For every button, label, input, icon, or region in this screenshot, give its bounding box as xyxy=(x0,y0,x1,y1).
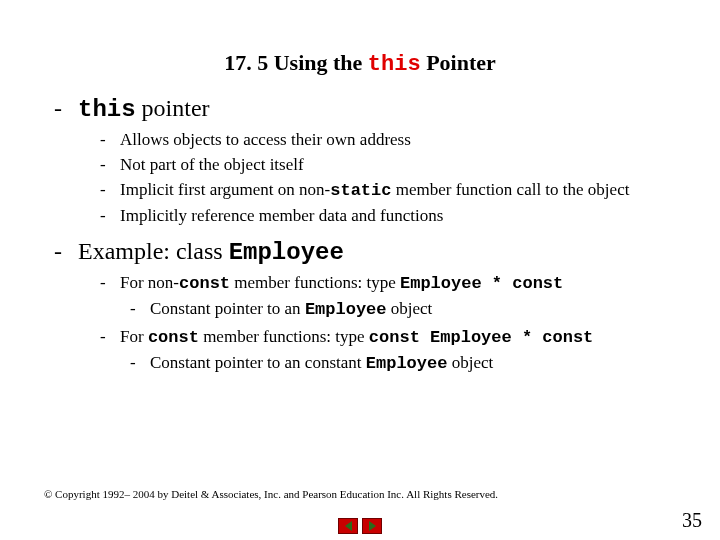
sub-2-2: - For const member functions: type const… xyxy=(100,326,670,378)
prev-button[interactable] xyxy=(338,518,358,534)
bullet-1-text: this pointer xyxy=(78,95,210,123)
sub-1-3-text: Implicit first argument on non-static me… xyxy=(120,179,629,203)
dash-icon: - xyxy=(100,326,120,349)
next-button[interactable] xyxy=(362,518,382,534)
triangle-right-icon xyxy=(369,521,376,531)
dash-icon: - xyxy=(130,352,150,375)
dash-icon: - xyxy=(50,238,78,265)
sub-2-1: - For non-const member functions: type E… xyxy=(100,272,670,324)
subsub-2-1-1-pre: Constant pointer to an xyxy=(150,299,305,318)
triangle-left-icon xyxy=(345,521,352,531)
title-suffix: Pointer xyxy=(421,50,496,75)
bullet-2-kw: Employee xyxy=(229,239,344,266)
slide-content: 17. 5 Using the this Pointer - this poin… xyxy=(0,0,720,378)
sub-1-1-text: Allows objects to access their own addre… xyxy=(120,129,411,152)
sub-2-1-sublist: - Constant pointer to an Employee object xyxy=(130,298,670,324)
sub-2-2-kw2: const Employee * const xyxy=(369,328,593,347)
dash-icon: - xyxy=(50,95,78,122)
subsub-2-1-1-post: object xyxy=(387,299,433,318)
title-keyword: this xyxy=(368,52,421,77)
subsub-2-2-1: - Constant pointer to an constant Employ… xyxy=(130,352,670,376)
sub-2-1-text: For non-const member functions: type Emp… xyxy=(120,272,563,296)
sub-2-2-mid: member functions: type xyxy=(199,327,369,346)
subsub-2-1-1: - Constant pointer to an Employee object xyxy=(130,298,670,322)
bullet-1-keyword: this xyxy=(78,96,136,123)
sub-2-1-kw1: const xyxy=(179,274,230,293)
subsub-2-2-1-post: object xyxy=(447,353,493,372)
sub-1-1: - Allows objects to access their own add… xyxy=(100,129,670,152)
sub-2-2-pre: For xyxy=(120,327,148,346)
bullet-1-sublist: - Allows objects to access their own add… xyxy=(100,129,670,228)
sub-2-2-sublist: - Constant pointer to an constant Employ… xyxy=(130,352,670,378)
copyright-text: © Copyright 1992– 2004 by Deitel & Assoc… xyxy=(44,488,498,500)
slide-nav xyxy=(338,518,382,534)
sub-1-4-text: Implicitly reference member data and fun… xyxy=(120,205,443,228)
bullet-1-rest: pointer xyxy=(136,95,210,121)
dash-icon: - xyxy=(100,272,120,295)
sub-2-1-pre: For non- xyxy=(120,273,179,292)
dash-icon: - xyxy=(100,154,120,177)
subsub-2-2-1-text: Constant pointer to an constant Employee… xyxy=(150,352,493,376)
sub-2-2-kw1: const xyxy=(148,328,199,347)
sub-2-1-mid: member functions: type xyxy=(230,273,400,292)
sub-1-2: - Not part of the object itself xyxy=(100,154,670,177)
sub-1-3-kw: static xyxy=(330,181,391,200)
subsub-2-1-1-text: Constant pointer to an Employee object xyxy=(150,298,432,322)
dash-icon: - xyxy=(100,179,120,202)
sub-1-2-text: Not part of the object itself xyxy=(120,154,304,177)
sub-1-3-pre: Implicit first argument on non- xyxy=(120,180,330,199)
bullet-1: - this pointer - Allows objects to acces… xyxy=(50,95,670,228)
bullet-1-row: - this pointer xyxy=(50,95,670,123)
sub-1-4: - Implicitly reference member data and f… xyxy=(100,205,670,228)
subsub-2-2-1-pre: Constant pointer to an constant xyxy=(150,353,366,372)
sub-2-2-text: For const member functions: type const E… xyxy=(120,326,593,350)
subsub-2-1-1-kw: Employee xyxy=(305,300,387,319)
sub-2-1-kw2: Employee * const xyxy=(400,274,563,293)
bullet-2-sublist: - For non-const member functions: type E… xyxy=(100,272,670,378)
sub-1-3-post: member function call to the object xyxy=(391,180,629,199)
bullet-2-text: Example: class Employee xyxy=(78,238,344,266)
dash-icon: - xyxy=(100,129,120,152)
subsub-2-2-1-kw: Employee xyxy=(366,354,448,373)
bullet-2: - Example: class Employee - For non-cons… xyxy=(50,238,670,378)
dash-icon: - xyxy=(130,298,150,321)
title-prefix: 17. 5 Using the xyxy=(224,50,368,75)
slide-title: 17. 5 Using the this Pointer xyxy=(50,50,670,77)
bullet-2-row: - Example: class Employee xyxy=(50,238,670,266)
bullet-2-pre: Example: class xyxy=(78,238,229,264)
sub-1-3: - Implicit first argument on non-static … xyxy=(100,179,670,203)
dash-icon: - xyxy=(100,205,120,228)
bullet-list: - this pointer - Allows objects to acces… xyxy=(50,95,670,378)
page-number: 35 xyxy=(682,509,702,532)
